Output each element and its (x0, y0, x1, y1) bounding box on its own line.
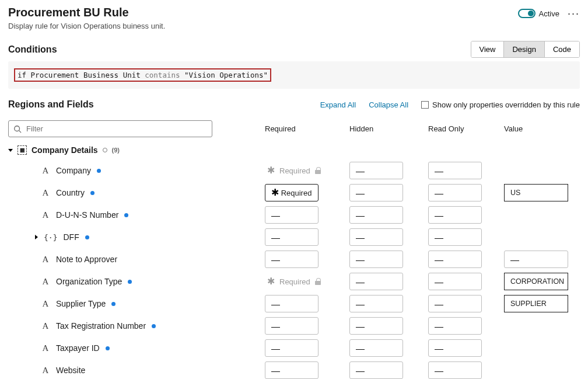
filter-input-wrapper (8, 120, 212, 137)
readonly-cell[interactable]: — (428, 361, 482, 379)
asterisk-icon: ✱ (267, 277, 275, 286)
override-dot-icon (106, 346, 110, 350)
value-cell[interactable]: CORPORATION (504, 273, 568, 290)
hidden-cell[interactable]: — (349, 361, 403, 379)
required-cell[interactable]: ✱ Required (265, 184, 318, 201)
regions-heading: Regions and Fields (8, 99, 94, 110)
active-toggle[interactable] (518, 9, 536, 18)
readonly-cell[interactable]: — (428, 295, 482, 312)
override-dot-icon (90, 191, 94, 195)
filter-input[interactable] (26, 124, 207, 133)
override-dot-icon (97, 169, 101, 173)
page-subtitle: Display rule for Vision Operations buine… (8, 22, 165, 30)
page-title: Procurement BU Rule (8, 6, 165, 19)
field-row-suptype: A Supplier Type — — — SUPPLIER (8, 293, 580, 315)
collapse-all-link[interactable]: Collapse All (369, 100, 408, 109)
text-type-icon: A (41, 210, 50, 220)
field-row-orgtype: A Organization Type ✱ Required — — CORPO… (8, 270, 580, 293)
hidden-cell[interactable]: — (349, 228, 403, 246)
required-cell[interactable]: — (265, 361, 318, 379)
field-label: Note to Approver (56, 255, 117, 264)
required-cell[interactable]: — (265, 206, 318, 224)
hidden-cell[interactable]: — (349, 295, 403, 312)
text-type-icon: A (41, 277, 50, 287)
hidden-cell[interactable]: — (349, 184, 403, 201)
condition-field: Procurement Business Unit (31, 71, 141, 79)
active-toggle-label: Active (539, 9, 559, 18)
text-type-icon: A (41, 255, 50, 265)
asterisk-icon: ✱ (271, 188, 279, 197)
readonly-cell[interactable]: — (428, 273, 482, 290)
readonly-cell[interactable]: — (428, 317, 482, 335)
required-cell[interactable]: — (265, 251, 318, 268)
value-cell[interactable]: — (504, 251, 568, 268)
required-locked: ✱ Required (265, 277, 349, 286)
hidden-cell[interactable]: — (349, 162, 403, 179)
required-cell[interactable]: — (265, 295, 318, 312)
tab-view[interactable]: View (471, 41, 504, 57)
field-label: D-U-N-S Number (56, 210, 118, 220)
readonly-cell[interactable]: — (428, 206, 482, 224)
required-label: Required (281, 189, 312, 197)
text-type-icon: A (41, 188, 50, 198)
hidden-cell[interactable]: — (349, 251, 403, 268)
readonly-cell[interactable]: — (428, 162, 482, 179)
readonly-cell[interactable]: — (428, 251, 482, 268)
readonly-cell[interactable]: — (428, 339, 482, 357)
conditions-heading: Conditions (8, 44, 57, 55)
region-icon: ▦ (18, 145, 27, 155)
expand-all-link[interactable]: Expand All (320, 100, 356, 109)
value-cell[interactable]: US (504, 184, 568, 201)
field-row-taxpayer: A Taxpayer ID — — — (8, 337, 580, 359)
chevron-right-icon[interactable] (35, 235, 38, 239)
chevron-down-icon (8, 149, 13, 152)
readonly-cell[interactable]: — (428, 228, 482, 246)
condition-operator: contains (145, 71, 180, 79)
field-label: Organization Type (56, 277, 122, 286)
hidden-cell[interactable]: — (349, 273, 403, 290)
more-actions-icon[interactable]: ··· (568, 8, 580, 19)
tab-design[interactable]: Design (503, 41, 544, 57)
required-locked: ✱ Required (265, 166, 349, 175)
text-type-icon: A (41, 343, 50, 353)
field-label: Website (56, 366, 85, 375)
field-row-website: A Website — — — (8, 359, 580, 379)
readonly-cell[interactable]: — (428, 184, 482, 201)
field-label: Supplier Type (56, 299, 106, 308)
svg-line-1 (19, 130, 22, 133)
field-label: Tax Registration Number (56, 321, 146, 331)
required-locked-label: Required (279, 166, 310, 175)
hidden-cell[interactable]: — (349, 339, 403, 357)
required-cell[interactable]: — (265, 339, 318, 357)
lock-icon (315, 167, 321, 174)
text-type-icon: A (41, 321, 50, 331)
field-label: Taxpayer ID (56, 343, 100, 353)
hidden-cell[interactable]: — (349, 317, 403, 335)
value-cell[interactable]: SUPPLIER (504, 295, 568, 312)
field-label: Company (56, 166, 91, 175)
field-label: Country (56, 188, 85, 197)
status-dot-icon (103, 148, 107, 152)
conditions-view-tabs: View Design Code (471, 41, 580, 58)
col-required: Required (265, 124, 349, 133)
override-dot-icon (152, 324, 156, 328)
required-cell[interactable]: — (265, 228, 318, 246)
field-row-dff: {·} DFF — — — (8, 226, 580, 248)
field-row-country: A Country ✱ Required — — US (8, 182, 580, 204)
text-type-icon: A (41, 299, 50, 309)
group-count: (9) (112, 147, 120, 154)
group-label: Company Details (32, 145, 98, 155)
show-overridden-checkbox[interactable] (421, 101, 429, 109)
condition-expression[interactable]: if Procurement Business Unit contains "V… (8, 61, 580, 89)
hidden-cell[interactable]: — (349, 206, 403, 224)
required-locked-label: Required (279, 277, 310, 286)
override-dot-icon (124, 213, 128, 217)
group-company-details[interactable]: ▦ Company Details (9) (8, 141, 580, 159)
lock-icon (315, 278, 321, 285)
required-cell[interactable]: — (265, 317, 318, 335)
field-row-note: A Note to Approver — — — — (8, 248, 580, 270)
text-type-icon: A (41, 366, 50, 375)
object-type-icon: {·} (44, 233, 57, 242)
col-value: Value (504, 124, 580, 133)
tab-code[interactable]: Code (544, 41, 579, 57)
